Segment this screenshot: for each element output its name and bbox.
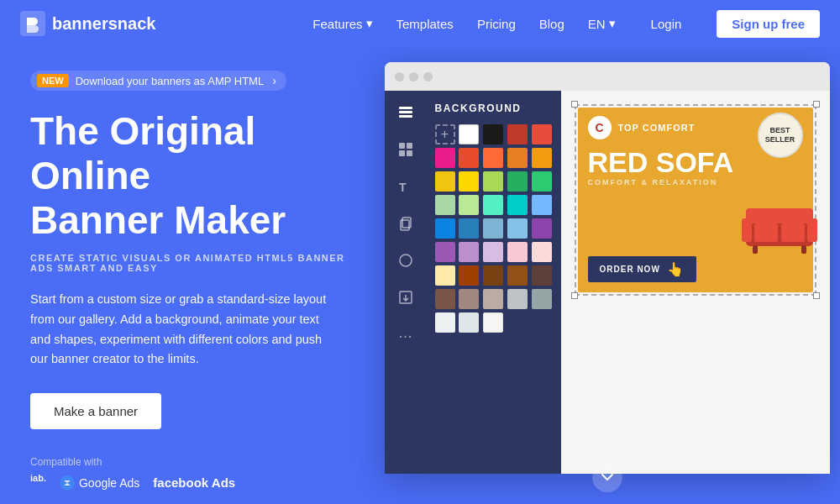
svg-rect-21 — [801, 245, 806, 254]
color-swatch[interactable] — [483, 265, 503, 286]
svg-rect-18 — [754, 223, 778, 242]
color-swatch[interactable] — [483, 242, 503, 262]
color-white[interactable] — [459, 124, 479, 144]
color-swatch[interactable] — [507, 195, 528, 215]
color-swatch[interactable] — [435, 265, 455, 286]
color-swatch[interactable] — [435, 312, 455, 333]
nav-features[interactable]: Features ▾ — [312, 16, 372, 31]
cursor-icon: 👆 — [667, 261, 685, 277]
color-swatch[interactable] — [532, 265, 552, 286]
svg-rect-20 — [753, 245, 758, 254]
signup-button[interactable]: Sign up free — [717, 10, 820, 38]
sidebar-icon-more[interactable]: ··· — [395, 323, 416, 349]
color-swatch[interactable] — [483, 218, 503, 239]
nav-language[interactable]: EN ▾ — [588, 16, 616, 31]
svg-rect-4 — [399, 143, 405, 149]
sidebar-icon-layers[interactable] — [394, 101, 417, 124]
browser-window: T ··· BACKGROUND — [385, 62, 830, 474]
color-swatch[interactable] — [483, 289, 503, 309]
make-banner-button[interactable]: Make a banner — [30, 393, 161, 429]
iab-logo: iab. — [30, 473, 46, 492]
color-swatch[interactable] — [435, 195, 455, 215]
browser-content: T ··· BACKGROUND — [385, 91, 830, 474]
svg-rect-3 — [399, 115, 412, 118]
color-swatch[interactable] — [435, 289, 455, 309]
color-swatch[interactable] — [507, 289, 528, 309]
color-swatch[interactable] — [435, 148, 455, 168]
sidebar-icon-export[interactable] — [394, 286, 417, 309]
color-swatch[interactable] — [459, 148, 479, 168]
browser-dot-green — [423, 72, 433, 81]
resize-handle-tl[interactable] — [571, 101, 578, 108]
new-badge[interactable]: NEW Download your banners as AMP HTML › — [30, 71, 286, 91]
color-swatch[interactable] — [459, 289, 479, 309]
color-grid: + — [435, 124, 553, 333]
hero-right: T ··· BACKGROUND — [374, 47, 840, 504]
nav-links: Features ▾ Templates Pricing Blog EN ▾ L… — [312, 10, 820, 38]
color-swatch[interactable] — [459, 265, 479, 286]
color-swatch[interactable] — [483, 312, 503, 333]
nav-blog[interactable]: Blog — [539, 17, 564, 31]
color-swatch[interactable] — [459, 312, 479, 333]
google-ads-logo: Google Ads — [60, 475, 139, 491]
login-button[interactable]: Login — [639, 12, 694, 36]
color-swatch[interactable] — [459, 195, 479, 215]
scroll-down-button[interactable] — [592, 462, 622, 492]
color-swatch[interactable] — [507, 148, 528, 168]
color-swatch[interactable] — [532, 242, 552, 262]
color-swatch[interactable] — [507, 242, 528, 262]
compatible-label: Compatible with — [30, 456, 349, 468]
color-swatch[interactable] — [532, 148, 552, 168]
svg-text:T: T — [399, 181, 407, 194]
compatibility-section: Compatible with iab. Google Ads facebook… — [30, 456, 349, 504]
add-color-button[interactable]: + — [435, 124, 455, 144]
color-swatch[interactable] — [459, 218, 479, 239]
navbar: bannersnack Features ▾ Templates Pricing… — [0, 0, 840, 47]
svg-rect-19 — [781, 223, 805, 242]
color-swatch[interactable] — [459, 171, 479, 192]
canvas-area: C TOP COMFORT BEST SELLER RED SOFA COMFO… — [561, 91, 830, 474]
color-swatch[interactable] — [435, 171, 455, 192]
sidebar-icon-layout[interactable] — [394, 138, 417, 161]
color-swatch[interactable] — [507, 218, 528, 239]
svg-rect-15 — [746, 208, 813, 223]
banner-order-button[interactable]: ORDER NOW 👆 — [588, 256, 696, 282]
browser-dot-yellow — [409, 72, 418, 81]
banner-preview[interactable]: C TOP COMFORT BEST SELLER RED SOFA COMFO… — [578, 108, 813, 292]
resize-handle-br[interactable] — [813, 292, 820, 299]
sidebar-icon-text[interactable]: T — [394, 175, 417, 198]
chevron-down-icon: ▾ — [366, 16, 373, 31]
sidebar-icon-shapes[interactable] — [394, 249, 417, 272]
color-swatch[interactable] — [507, 124, 528, 144]
svg-rect-1 — [399, 107, 412, 109]
color-panel-title: BACKGROUND — [435, 102, 553, 114]
sidebar-icon-copy[interactable] — [394, 212, 417, 235]
hero-section: NEW Download your banners as AMP HTML › … — [0, 47, 840, 504]
color-swatch[interactable] — [483, 148, 503, 168]
color-swatch[interactable] — [532, 289, 552, 309]
color-swatch[interactable] — [507, 171, 528, 192]
banner-sofa-image — [738, 200, 822, 259]
resize-handle-bl[interactable] — [571, 292, 578, 299]
logo[interactable]: bannersnack — [20, 11, 155, 36]
color-swatch[interactable] — [532, 195, 552, 215]
color-swatch[interactable] — [435, 218, 455, 239]
nav-pricing[interactable]: Pricing — [477, 17, 516, 31]
resize-handle-tr[interactable] — [813, 101, 820, 108]
browser-bar — [385, 62, 830, 91]
color-swatch[interactable] — [532, 124, 552, 144]
color-swatch[interactable] — [532, 218, 552, 239]
svg-rect-5 — [407, 143, 412, 149]
color-swatch[interactable] — [507, 265, 528, 286]
color-swatch[interactable] — [483, 195, 503, 215]
color-swatch[interactable] — [459, 242, 479, 262]
color-black[interactable] — [483, 124, 503, 144]
color-swatch[interactable] — [532, 171, 552, 192]
hero-subtitle: CREATE STATIC VISUALS OR ANIMATED HTML5 … — [30, 253, 349, 273]
nav-templates[interactable]: Templates — [396, 17, 454, 31]
color-swatch[interactable] — [435, 242, 455, 262]
browser-dot-red — [395, 72, 404, 81]
color-swatch[interactable] — [483, 171, 503, 192]
arrow-icon: › — [272, 74, 276, 87]
svg-rect-17 — [807, 218, 817, 242]
